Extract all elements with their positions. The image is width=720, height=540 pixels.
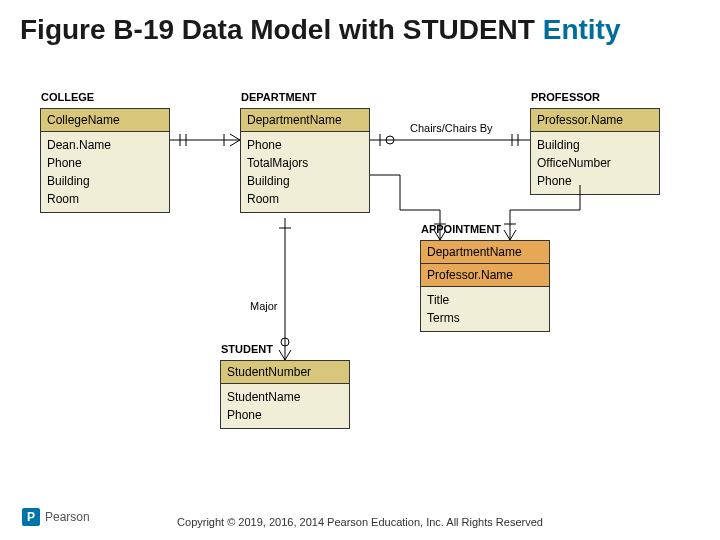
entity-appointment: APPOINTMENT DepartmentName Professor.Nam… [420, 240, 550, 332]
svg-line-22 [510, 230, 516, 240]
entity-label: DEPARTMENT [241, 91, 317, 103]
relationship-label: Major [250, 300, 278, 312]
page-title: Figure B-19 Data Model with STUDENT Enti… [0, 0, 720, 50]
entity-label: STUDENT [221, 343, 273, 355]
svg-point-28 [281, 338, 289, 346]
attr-list: Phone TotalMajors Building Room [241, 132, 369, 212]
entity-professor: PROFESSOR Professor.Name Building Office… [530, 108, 660, 195]
svg-point-8 [386, 136, 394, 144]
svg-line-3 [230, 134, 240, 140]
pk-field: Professor.Name [421, 264, 549, 287]
copyright-text: Copyright © 2019, 2016, 2014 Pearson Edu… [0, 516, 720, 528]
attr-list: Dean.Name Phone Building Room [41, 132, 169, 212]
attr-list: Title Terms [421, 287, 549, 331]
pk-field: StudentNumber [221, 361, 349, 384]
relationship-label: Chairs/Chairs By [410, 122, 493, 134]
pk-field: CollegeName [41, 109, 169, 132]
svg-line-26 [279, 350, 285, 360]
title-accent: Entity [543, 14, 621, 45]
entity-department: DEPARTMENT DepartmentName Phone TotalMaj… [240, 108, 370, 213]
svg-line-21 [504, 230, 510, 240]
entity-label: PROFESSOR [531, 91, 600, 103]
attr-list: Building OfficeNumber Phone [531, 132, 659, 194]
pk-field: DepartmentName [421, 241, 549, 264]
svg-line-4 [230, 140, 240, 146]
entity-student: STUDENT StudentNumber StudentName Phone [220, 360, 350, 429]
er-diagram: COLLEGE CollegeName Dean.Name Phone Buil… [40, 90, 680, 470]
pk-field: Professor.Name [531, 109, 659, 132]
title-text: Figure B-19 Data Model with STUDENT [20, 14, 543, 45]
attr-list: StudentName Phone [221, 384, 349, 428]
entity-label: COLLEGE [41, 91, 94, 103]
svg-line-27 [285, 350, 291, 360]
entity-college: COLLEGE CollegeName Dean.Name Phone Buil… [40, 108, 170, 213]
entity-label: APPOINTMENT [421, 223, 501, 235]
pk-field: DepartmentName [241, 109, 369, 132]
